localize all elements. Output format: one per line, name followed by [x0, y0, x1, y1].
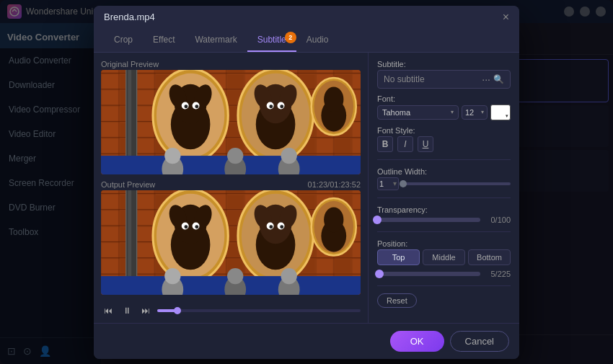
position-top-button[interactable]: Top [377, 249, 420, 265]
pause-button[interactable]: ⏸ [120, 303, 134, 318]
font-size-text: 12 [465, 108, 474, 117]
svg-point-82 [324, 86, 343, 112]
font-size-select[interactable]: 12 ▾ [462, 105, 488, 120]
position-buttons: Top Middle Bottom [377, 249, 511, 265]
app-window: Wondershare UniConverter Video Converter… [0, 0, 613, 364]
reset-button[interactable]: Reset [377, 293, 417, 308]
font-label: Font: [377, 94, 511, 103]
position-bottom-button[interactable]: Bottom [468, 249, 511, 265]
subtitle-search-icon[interactable]: 🔍 [493, 74, 504, 84]
transparency-slider[interactable] [377, 218, 480, 222]
outline-slider-thumb [400, 180, 407, 187]
modal-close-button[interactable]: × [503, 12, 509, 23]
playback-controls: ⏮ ⏸ ⏭ [101, 301, 361, 321]
progress-bar[interactable] [157, 309, 361, 312]
font-color-picker[interactable]: ▾ [490, 105, 511, 120]
transparency-section: Transparency: 0/100 [377, 205, 511, 224]
modal-title: Brenda.mp4 [104, 12, 155, 22]
svg-point-124 [281, 267, 297, 283]
cancel-button[interactable]: Cancel [450, 331, 509, 352]
ok-button[interactable]: OK [390, 331, 444, 352]
tab-audio[interactable]: Audio [296, 29, 339, 52]
position-middle-button[interactable]: Middle [423, 249, 465, 265]
svg-point-112 [269, 225, 273, 228]
divider-2 [377, 197, 511, 198]
svg-point-85 [164, 147, 180, 163]
original-preview-frame [101, 70, 361, 174]
position-label: Position: [377, 239, 511, 248]
position-section: Position: Top Middle Bottom 5/225 [377, 239, 511, 278]
progress-thumb [174, 307, 181, 314]
subtitle-select[interactable]: No subtitle ··· 🔍 [377, 70, 511, 89]
outline-row: 1 ▾ [377, 177, 511, 190]
svg-point-89 [281, 147, 297, 163]
modal-titlebar: Brenda.mp4 × [94, 6, 519, 29]
modal-overlay: Brenda.mp4 × Crop Effect Watermark Subti… [0, 0, 613, 364]
subtitle-modal: Brenda.mp4 × Crop Effect Watermark Subti… [94, 6, 519, 359]
tab-watermark[interactable]: Watermark [185, 29, 247, 52]
underline-button[interactable]: U [418, 136, 433, 152]
transparency-row: 0/100 [377, 216, 511, 224]
position-slider[interactable] [377, 272, 480, 276]
pos-thumb [375, 270, 384, 278]
reset-section: Reset [377, 293, 511, 308]
font-section: Font: Tahoma ▾ 12 ▾ ▾ [377, 94, 511, 120]
position-slider-row: 5/225 [377, 270, 511, 278]
svg-point-120 [164, 267, 180, 283]
outline-slider[interactable] [403, 182, 511, 185]
trans-thumb [373, 216, 382, 224]
divider-4 [377, 285, 511, 286]
play-backward-button[interactable]: ⏮ [101, 303, 115, 318]
font-row: Tahoma ▾ 12 ▾ ▾ [377, 105, 511, 120]
transparency-label: Transparency: [377, 205, 511, 214]
divider-3 [377, 231, 511, 232]
subtitle-label: Subtitle: [377, 60, 511, 68]
font-style-row: B I U [377, 136, 511, 152]
tab-subtitle-label: Subtitle [257, 35, 286, 45]
italic-button[interactable]: I [397, 136, 413, 152]
font-name-select[interactable]: Tahoma ▾ [377, 105, 459, 120]
font-name-text: Tahoma [382, 108, 410, 117]
transparency-value: 0/100 [485, 216, 511, 224]
svg-point-77 [269, 105, 273, 108]
subtitle-options-button[interactable]: ··· [482, 74, 490, 85]
tab-effect-label: Effect [153, 35, 175, 45]
tab-subtitle-badge: 2 [285, 32, 296, 43]
font-style-section: Font Style: B I U [377, 126, 511, 152]
svg-point-103 [195, 225, 198, 228]
preview-timestamp: 01:23/01:23:52 [308, 180, 361, 189]
svg-point-67 [184, 105, 188, 108]
modal-tabs: Crop Effect Watermark Subtitle 2 Audio [94, 29, 519, 53]
original-preview-label: Original Preview [101, 60, 361, 68]
tab-crop[interactable]: Crop [104, 29, 143, 52]
outline-section: Outline Width: 1 ▾ [377, 167, 511, 190]
svg-point-87 [227, 147, 243, 163]
tab-subtitle[interactable]: Subtitle 2 [247, 29, 296, 52]
svg-point-122 [227, 267, 243, 283]
tab-crop-label: Crop [114, 35, 133, 45]
subtitle-section: Subtitle: No subtitle ··· 🔍 [377, 60, 511, 89]
svg-point-102 [184, 225, 188, 228]
divider-1 [377, 159, 511, 160]
outline-value-display: 1 ▾ [377, 177, 399, 190]
modal-footer: OK Cancel [94, 323, 519, 359]
output-preview-label: Output Preview [101, 180, 155, 189]
preview-section: Original Preview [94, 53, 368, 323]
outline-width-label: Outline Width: [377, 167, 511, 176]
play-forward-button[interactable]: ⏭ [138, 303, 153, 318]
font-style-label: Font Style: [377, 126, 511, 135]
tab-effect[interactable]: Effect [143, 29, 185, 52]
font-chevron-icon: ▾ [451, 109, 454, 115]
output-preview-frame [101, 190, 361, 295]
tab-audio-label: Audio [306, 35, 329, 45]
outline-chevron-icon: ▾ [393, 179, 397, 187]
bold-button[interactable]: B [377, 136, 393, 152]
svg-point-113 [280, 225, 283, 228]
modal-body: Original Preview [94, 53, 519, 323]
svg-point-68 [195, 105, 198, 108]
svg-point-117 [324, 207, 343, 232]
tab-watermark-label: Watermark [195, 35, 237, 45]
size-chevron-icon: ▾ [481, 109, 484, 115]
position-value: 5/225 [485, 270, 511, 278]
color-arrow-icon: ▾ [506, 113, 508, 119]
